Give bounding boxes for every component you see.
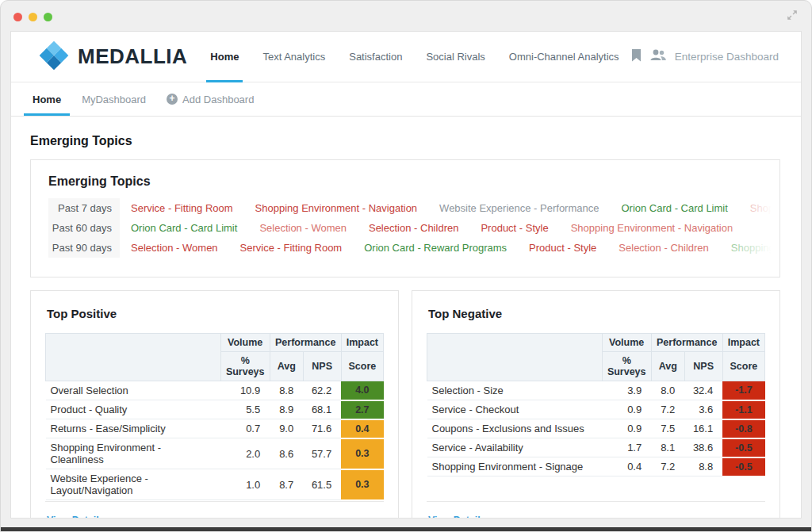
- table-row: Shopping Environment - Cleanliness 2.0 8…: [46, 438, 384, 469]
- impact-score-badge: 0.4: [341, 419, 383, 438]
- medallia-diamond-icon: [38, 40, 70, 75]
- top-negative-title: Top Negative: [428, 307, 765, 320]
- topic-chip[interactable]: Shopping Environment - Navigation: [255, 202, 418, 214]
- top-positive-table: Volume Performance Impact % Surveys Avg …: [45, 333, 384, 501]
- topic-link[interactable]: Website Experience - Layout/Navigation: [46, 469, 221, 500]
- zoom-window-button[interactable]: [44, 13, 52, 21]
- impact-score-badge: 2.7: [341, 400, 383, 419]
- window-bottom-edge: [1, 527, 811, 531]
- top-positive-title: Top Positive: [47, 307, 384, 320]
- close-window-button[interactable]: [13, 13, 22, 21]
- nps-value: 61.5: [303, 469, 341, 500]
- surveys-value: 3.9: [602, 381, 651, 400]
- topic-chip[interactable]: Shopp: [750, 202, 779, 214]
- impact-score-badge: -1.7: [722, 381, 764, 400]
- name-column-header: [427, 334, 603, 381]
- enterprise-dashboard-label: Enterprise Dashboard: [675, 51, 779, 63]
- topic-link[interactable]: Product - Quality: [46, 400, 221, 419]
- topic-chip[interactable]: Product - Style: [529, 242, 596, 254]
- nav-text-analytics[interactable]: Text Analytics: [251, 32, 337, 82]
- nav-satisfaction[interactable]: Satisfaction: [337, 32, 414, 82]
- impact-score-badge: 4.0: [341, 381, 383, 400]
- emerging-topics-card-title: Emerging Topics: [48, 174, 779, 189]
- medallia-logo[interactable]: MEDALLIA: [38, 40, 187, 75]
- topic-chip[interactable]: Shopping E: [731, 242, 779, 254]
- plus-circle-icon: +: [167, 94, 178, 105]
- expand-icon[interactable]: [786, 9, 799, 25]
- period-label: Past 7 days: [48, 198, 120, 218]
- impact-score-badge: -0.8: [722, 419, 764, 438]
- bookmark-icon[interactable]: [631, 49, 642, 65]
- topic-chip[interactable]: Selection - Women: [131, 242, 218, 254]
- traffic-lights: [13, 13, 52, 21]
- add-dashboard-button[interactable]: + Add Dashboard: [156, 82, 264, 116]
- surveys-header: % Surveys: [602, 352, 651, 381]
- topic-link[interactable]: Overall Selection: [46, 381, 221, 400]
- nps-value: 16.1: [684, 419, 722, 438]
- users-icon[interactable]: [649, 49, 667, 64]
- topic-chip[interactable]: Service - Fitting Room: [131, 202, 233, 214]
- app-surface: MEDALLIA Home Text Analytics Satisfactio…: [10, 31, 802, 519]
- table-row: Shopping Environment - Signage 0.4 7.2 8…: [427, 457, 765, 477]
- avg-value: 8.9: [270, 400, 303, 419]
- topic-link[interactable]: Service - Availability: [427, 438, 603, 457]
- surveys-value: 1.7: [602, 438, 651, 457]
- topic-chip[interactable]: Orion Card - Reward Programs: [364, 242, 507, 254]
- nps-header: NPS: [303, 352, 341, 381]
- dashboard-tabs: Home MyDashboard + Add Dashboard: [11, 82, 801, 117]
- topic-chip[interactable]: Service - Fitting Room: [240, 242, 343, 254]
- volume-header: Volume: [220, 334, 270, 352]
- top-negative-table: Volume Performance Impact % Surveys Avg …: [427, 333, 765, 477]
- avg-value: 8.1: [651, 438, 684, 457]
- impact-header: Impact: [341, 334, 383, 352]
- table-row: Selection - Size 3.9 8.0 32.4 -1.7: [427, 381, 765, 400]
- topic-link[interactable]: Selection - Size: [427, 381, 603, 400]
- topic-link[interactable]: Coupons - Exclusions and Issues: [427, 419, 603, 438]
- topic-chip[interactable]: Selection - Women: [259, 222, 347, 234]
- topic-link[interactable]: Shopping Environment - Cleanliness: [46, 438, 221, 469]
- view-details-link[interactable]: View Details ›: [47, 515, 110, 519]
- nps-value: 62.2: [303, 381, 341, 400]
- nav-social-rivals[interactable]: Social Rivals: [414, 32, 496, 82]
- view-details-link[interactable]: View Details ›: [428, 515, 492, 519]
- topic-link[interactable]: Shopping Environment - Signage: [427, 457, 603, 477]
- top-positive-card: Top Positive Volume Performance Impact: [30, 290, 399, 519]
- performance-header: Performance: [270, 334, 341, 352]
- minimize-window-button[interactable]: [29, 13, 37, 21]
- tab-home[interactable]: Home: [22, 82, 71, 116]
- main-header: MEDALLIA Home Text Analytics Satisfactio…: [11, 32, 801, 82]
- topic-row-past-60-days: Past 60 days Orion Card - Card Limit Sel…: [48, 218, 779, 238]
- nps-value: 57.7: [303, 438, 341, 469]
- surveys-value: 0.9: [602, 419, 651, 438]
- performance-header: Performance: [651, 334, 722, 352]
- impact-score-badge: -0.5: [722, 457, 764, 477]
- period-label: Past 60 days: [48, 218, 120, 238]
- avg-value: 7.2: [651, 400, 684, 419]
- nav-home[interactable]: Home: [198, 32, 251, 82]
- nav-omni-channel-analytics[interactable]: Omni-Channel Analytics: [497, 32, 631, 82]
- topic-chip[interactable]: Website Experience - Performance: [439, 202, 599, 214]
- surveys-value: 1.0: [220, 469, 270, 500]
- topic-chip[interactable]: Selection - Children: [619, 242, 708, 254]
- topic-chip[interactable]: Selection - Children: [369, 222, 458, 234]
- topic-chip[interactable]: Orion Card - Card Limit: [131, 222, 237, 234]
- table-row: Product - Quality 5.5 8.9 68.1 2.7: [46, 400, 384, 419]
- avg-value: 7.2: [651, 457, 684, 477]
- topic-chip[interactable]: Orion Card - Card Limit: [621, 202, 727, 214]
- score-header: Score: [722, 352, 764, 381]
- topic-link[interactable]: Service - Checkout: [427, 400, 603, 419]
- avg-value: 8.8: [270, 381, 303, 400]
- score-header: Score: [341, 352, 383, 381]
- avg-value: 7.5: [651, 419, 684, 438]
- emerging-topics-card: Emerging Topics Past 7 days Service - Fi…: [30, 159, 780, 277]
- topic-chip[interactable]: Product - Style: [481, 222, 548, 234]
- tab-mydashboard[interactable]: MyDashboard: [71, 82, 156, 116]
- volume-header: Volume: [602, 334, 651, 352]
- avg-header: Avg: [651, 352, 684, 381]
- surveys-header: % Surveys: [220, 352, 270, 381]
- topic-link[interactable]: Returns - Ease/Simplicity: [46, 419, 221, 438]
- table-row: Service - Availability 1.7 8.1 38.6 -0.5: [427, 438, 765, 457]
- topic-chip[interactable]: Shopping Environment - Navigation: [571, 222, 733, 234]
- surveys-value: 0.9: [602, 400, 651, 419]
- impact-score-badge: -0.5: [722, 438, 764, 457]
